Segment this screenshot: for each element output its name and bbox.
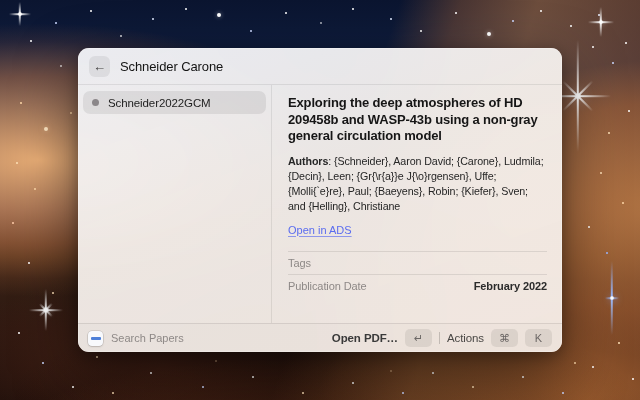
- window-footer: Search Papers Open PDF… ↵ Actions ⌘ K: [78, 323, 562, 352]
- footer-actions: Open PDF… ↵ Actions ⌘ K: [332, 329, 552, 347]
- return-key-badge: ↵: [405, 329, 432, 347]
- sidebar-item-label: Schneider2022GCM: [108, 97, 211, 109]
- back-button[interactable]: ←: [89, 56, 110, 77]
- sidebar-item-schneider2022gcm[interactable]: Schneider2022GCM: [83, 91, 266, 114]
- command-key-badge: ⌘: [491, 329, 518, 347]
- open-pdf-button[interactable]: Open PDF…: [332, 332, 398, 344]
- paper-authors: Authors: {Schneider}, Aaron David; {Caro…: [288, 154, 547, 215]
- star-glows: [0, 0, 2, 2]
- publication-date-label: Publication Date: [288, 280, 367, 292]
- metadata-section: Tags Publication Date February 2022: [288, 251, 547, 297]
- search-papers-extension-icon: [88, 331, 103, 346]
- window-title: Schneider Carone: [120, 59, 223, 74]
- actions-button[interactable]: Actions: [447, 332, 484, 344]
- publication-date-value: February 2022: [474, 280, 547, 292]
- metadata-row-publication-date: Publication Date February 2022: [288, 274, 547, 297]
- open-in-ads-link[interactable]: Open in ADS: [288, 224, 352, 236]
- detail-panel: Exploring the deep atmospheres of HD 209…: [272, 85, 562, 323]
- command-name: Search Papers: [111, 332, 184, 344]
- metadata-row-tags: Tags: [288, 251, 547, 274]
- results-sidebar: Schneider2022GCM: [78, 85, 272, 323]
- tags-label: Tags: [288, 257, 311, 269]
- back-arrow-icon: ←: [93, 59, 106, 74]
- paper-title: Exploring the deep atmospheres of HD 209…: [288, 95, 547, 145]
- window-header: ← Schneider Carone: [78, 48, 562, 85]
- footer-divider: [439, 332, 440, 344]
- bullet-icon: [92, 99, 99, 106]
- k-key-badge: K: [525, 329, 552, 347]
- window-main: Schneider2022GCM Exploring the deep atmo…: [78, 85, 562, 323]
- launcher-window: ← Schneider Carone Schneider2022GCM Expl…: [78, 48, 562, 352]
- desktop: ← Schneider Carone Schneider2022GCM Expl…: [0, 0, 640, 400]
- authors-label: Authors: [288, 155, 328, 167]
